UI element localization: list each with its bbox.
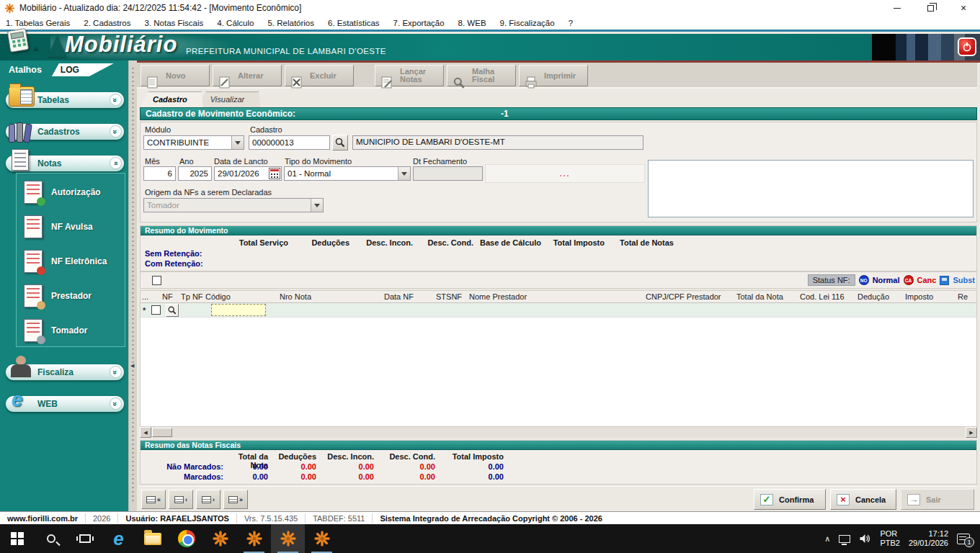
novo-button[interactable]: Novo — [141, 65, 210, 86]
minimize-button[interactable] — [881, 0, 914, 16]
chevron-down-icon[interactable]: » — [110, 94, 122, 106]
excluir-button[interactable]: Excluir — [285, 65, 354, 86]
sidebar-item-autorizacao[interactable]: Autorização — [24, 178, 101, 207]
menu-tabelas-gerais[interactable]: 1. Tabelas Gerais — [6, 19, 70, 27]
chevron-down-icon[interactable]: » — [110, 397, 122, 410]
sidebar-item-nf-avulsa[interactable]: NF Avulsa — [24, 212, 93, 241]
malha-fiscal-button[interactable]: Malha Fiscal — [447, 65, 516, 86]
dropdown-arrow-icon[interactable] — [398, 167, 410, 180]
menu-relatorios[interactable]: 5. Relatórios — [267, 19, 314, 27]
sidebar-group-web[interactable]: e WEB » — [6, 396, 124, 412]
menu-calculo[interactable]: 4. Cálculo — [217, 19, 254, 27]
next-record-button[interactable]: › — [196, 490, 220, 509]
scroll-right-arrow[interactable]: ▶ — [966, 427, 977, 438]
button-label: Lançar Notas — [400, 68, 426, 84]
clock[interactable]: 17:12 29/01/2026 — [909, 529, 948, 548]
codigo-edit-cell[interactable] — [211, 304, 266, 316]
sidebar-group-cadastros[interactable]: Cadastros » — [6, 124, 124, 140]
taskbar-search-button[interactable] — [34, 524, 68, 553]
first-record-button[interactable]: « — [141, 490, 166, 509]
sair-button[interactable]: → Sair — [901, 489, 974, 510]
restore-button[interactable] — [914, 0, 947, 16]
scroll-left-arrow[interactable]: ◀ — [140, 427, 151, 438]
power-exit-button[interactable] — [958, 37, 976, 56]
cadastro-search-button[interactable] — [332, 135, 348, 150]
chevron-up-icon[interactable]: » — [110, 157, 122, 169]
origem-value: Tomador — [147, 201, 179, 210]
menu-help[interactable]: ? — [569, 19, 573, 27]
confirma-button[interactable]: ✓ Confirma — [754, 489, 826, 510]
tipo-movimento-select[interactable]: 01 - Normal — [284, 166, 411, 181]
task-view-button[interactable] — [68, 524, 102, 553]
taskbar-file-explorer[interactable] — [135, 524, 169, 553]
printer-icon — [525, 68, 539, 83]
grid-horizontal-scrollbar[interactable]: ◀ ▶ — [140, 427, 977, 438]
taskbar-ie[interactable]: e — [102, 524, 135, 553]
column-header: Desc. Cond. — [413, 238, 473, 247]
taskbar-app-fiorilli-1[interactable] — [203, 524, 237, 553]
menu-fiscalizacao[interactable]: 9. Fiscalização — [500, 19, 555, 27]
fiorilli-app-icon — [280, 530, 297, 547]
menu-notas-fiscais[interactable]: 3. Notas Fiscais — [145, 19, 204, 27]
sidebar-item-nf-eletronica[interactable]: NF Eletrônica — [24, 247, 107, 276]
last-record-button[interactable]: » — [223, 490, 248, 509]
alterar-button[interactable]: Alterar — [213, 65, 282, 86]
column-header: Tp NF — [179, 292, 204, 301]
taskbar-app-fiorilli-3[interactable] — [271, 524, 305, 553]
language-indicator[interactable]: POR PTB2 — [880, 529, 900, 548]
exit-icon: → — [907, 494, 920, 505]
sidebar-group-fiscaliza[interactable]: Fiscaliza » — [6, 364, 124, 380]
books-icon — [9, 118, 35, 143]
lancar-notas-button[interactable]: Lançar Notas — [375, 65, 444, 86]
tab-visualizar[interactable]: Visualizar — [197, 91, 261, 107]
chevron-down-icon[interactable]: » — [110, 125, 122, 138]
imprimir-button[interactable]: Imprimir — [519, 65, 588, 86]
button-label: Malha Fiscal — [472, 68, 494, 84]
row-checkbox[interactable] — [151, 305, 161, 315]
menu-estatisticas[interactable]: 6. Estatísticas — [328, 19, 380, 27]
mes-input[interactable] — [143, 166, 176, 181]
cadastro-input[interactable] — [249, 135, 330, 150]
tab-cadastro[interactable]: Cadastro — [140, 91, 203, 107]
volume-icon[interactable] — [859, 533, 871, 544]
tables-icon — [9, 86, 35, 107]
sidebar-group-notas[interactable]: Notas » — [6, 156, 124, 171]
notification-center-icon[interactable]: 1 — [957, 534, 970, 544]
cancela-button[interactable]: × Cancela — [830, 489, 896, 510]
dt-fechamento-input — [413, 166, 483, 181]
calendar-icon[interactable] — [269, 168, 280, 179]
sidebar-log-tab[interactable]: LOG — [52, 63, 114, 76]
resumo-movimento-panel: Resumo do Movimento Total Serviço Deduçõ… — [140, 225, 977, 271]
tray-expand-icon[interactable]: ∧ — [824, 534, 830, 544]
chevron-down-icon[interactable]: » — [110, 366, 122, 378]
sidebar-splitter[interactable]: ◀ — [128, 60, 137, 511]
grid-new-row[interactable]: * — [141, 303, 976, 318]
sidebar-item-tomador[interactable]: Tomador — [24, 316, 87, 345]
select-all-checkbox[interactable] — [152, 276, 161, 285]
modulo-select[interactable]: CONTRIBUINTE — [143, 135, 244, 150]
menu-exportacao[interactable]: 7. Exportação — [393, 19, 445, 27]
sidebar-item-label: Prestador — [51, 291, 92, 301]
taskbar-app-fiorilli-2[interactable] — [237, 524, 271, 553]
taskbar-app-fiorilli-4[interactable] — [305, 524, 339, 553]
sidebar-item-prestador[interactable]: Prestador — [24, 282, 92, 310]
row-search-button[interactable] — [166, 304, 179, 317]
observation-memo[interactable] — [648, 160, 974, 217]
search-icon — [47, 534, 55, 543]
sidebar-group-tabelas[interactable]: Tabelas » — [6, 92, 124, 108]
dropdown-arrow-icon[interactable] — [231, 136, 244, 149]
close-button[interactable]: × — [947, 0, 980, 16]
value-cell: 0.00 — [268, 472, 316, 481]
data-lancto-label: Data de Lancto — [214, 157, 268, 166]
start-button[interactable] — [0, 524, 34, 553]
ano-input[interactable] — [178, 166, 212, 181]
taskbar-chrome[interactable] — [169, 524, 203, 553]
network-icon[interactable] — [839, 535, 850, 543]
scroll-thumb[interactable] — [152, 428, 172, 437]
value-cell: 0.00 — [223, 462, 268, 471]
previous-record-button[interactable]: ‹ — [169, 490, 193, 509]
menu-cadastros[interactable]: 2. Cadastros — [84, 19, 130, 27]
column-header: Imposto — [904, 292, 956, 301]
menu-web[interactable]: 8. WEB — [458, 19, 486, 27]
last-arrow-icon: » — [239, 496, 243, 503]
